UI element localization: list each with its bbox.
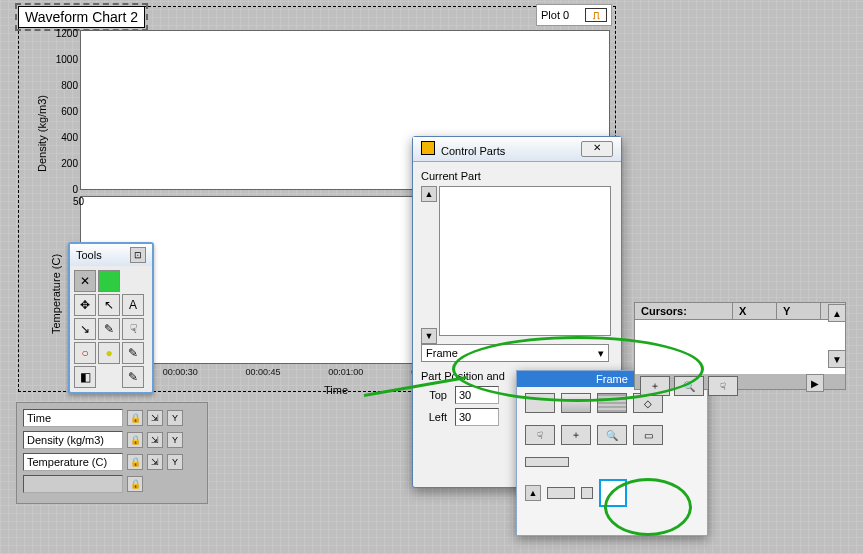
tool-color[interactable]: ◧ — [74, 366, 96, 388]
part-up-button[interactable]: ▲ — [421, 186, 437, 202]
tool-text[interactable]: A — [122, 294, 144, 316]
cursors-col-y: Y — [777, 303, 821, 319]
lock-icon[interactable]: 🔒 — [127, 476, 143, 492]
y-tick: 0 — [52, 184, 78, 195]
left-input[interactable] — [455, 408, 499, 426]
part-down-button[interactable]: ▼ — [421, 328, 437, 344]
y-tick: 200 — [52, 158, 78, 169]
tool-run[interactable] — [98, 270, 120, 292]
left-label: Left — [421, 411, 447, 423]
decor-grooved[interactable] — [597, 393, 627, 413]
top-input[interactable] — [455, 386, 499, 404]
decor-flat[interactable] — [525, 393, 555, 413]
tool-object[interactable]: ✎ — [98, 318, 120, 340]
current-part-label: Current Part — [421, 170, 613, 182]
x-tick: 00:01:00 — [328, 367, 408, 377]
format-icon[interactable]: Y — [167, 432, 183, 448]
decor-small-rect[interactable] — [547, 487, 575, 499]
scale-legend[interactable]: 🔒 ⇲ Y 🔒 ⇲ Y 🔒 ⇲ Y 🔒 — [16, 402, 208, 504]
tool-probe[interactable]: ● — [98, 342, 120, 364]
decor-raised[interactable] — [561, 393, 591, 413]
format-icon[interactable]: Y — [167, 454, 183, 470]
tools-palette[interactable]: Tools ⊡ ✕ ✥ ↖ A ↘ ✎ ☟ ○ ● ✎ ◧ ✎ — [68, 242, 154, 394]
lock-icon[interactable]: 🔒 — [127, 432, 143, 448]
x-tick: 00:00:30 — [163, 367, 243, 377]
part-name-value: Frame — [426, 347, 458, 359]
close-button[interactable]: ✕ — [581, 141, 613, 157]
cursors-col-x: X — [733, 303, 777, 319]
y-tick: 1000 — [52, 54, 78, 65]
tool-scroll[interactable]: ☟ — [122, 318, 144, 340]
format-icon[interactable]: Y — [167, 410, 183, 426]
dropdown-icon[interactable]: ▾ — [598, 347, 604, 360]
tool-autoselect[interactable]: ✕ — [74, 270, 96, 292]
tools-title-label: Tools — [76, 249, 102, 261]
y-tick: 1200 — [52, 28, 78, 39]
scale-row-temperature: 🔒 ⇲ Y — [23, 453, 201, 471]
tools-pin-icon[interactable]: ⊡ — [130, 247, 146, 263]
tool-paint[interactable]: ✎ — [122, 366, 144, 388]
part-preview — [439, 186, 611, 336]
tool-wiring[interactable]: ↘ — [74, 318, 96, 340]
cursors-list[interactable] — [635, 320, 845, 374]
autoscale-once-icon[interactable]: ⇲ — [147, 454, 163, 470]
x-axis-label: Time — [324, 384, 348, 396]
decor-frame-selected[interactable] — [599, 479, 627, 507]
lock-icon[interactable]: 🔒 — [127, 410, 143, 426]
tool-pan-icon[interactable]: ☟ — [525, 425, 555, 445]
cursors-scroll-down[interactable]: ▼ — [828, 350, 846, 368]
plot-legend-label: Plot 0 — [541, 9, 569, 21]
decor-pattern[interactable]: ◇ — [633, 393, 663, 413]
plot-legend[interactable]: Plot 0 ⎍ — [536, 4, 612, 26]
tool-breakpoint[interactable]: ○ — [74, 342, 96, 364]
scale-name-input[interactable] — [23, 409, 123, 427]
cursors-title: Cursors: — [635, 303, 733, 319]
scale-name-input[interactable] — [23, 431, 123, 449]
y-tick: 400 — [52, 132, 78, 143]
graph-palette[interactable]: ＋ 🔍 ☟ — [640, 376, 738, 396]
cursors-right-arrow[interactable]: ▶ — [806, 374, 824, 392]
tool-crosshair-icon[interactable]: ＋ — [561, 425, 591, 445]
scale-name-input-disabled — [23, 475, 123, 493]
y-axis-2-label: Temperature (C) — [50, 254, 62, 334]
graph-zoom-icon[interactable]: 🔍 — [674, 376, 704, 396]
x-tick: 00:00:45 — [246, 367, 326, 377]
decor-tiny-sq[interactable] — [581, 487, 593, 499]
scale-row-time: 🔒 ⇲ Y — [23, 409, 201, 427]
tool-bar-icon[interactable]: ▭ — [633, 425, 663, 445]
lock-icon[interactable]: 🔒 — [127, 454, 143, 470]
tool-color-copy[interactable]: ✎ — [122, 342, 144, 364]
graph-pan-icon[interactable]: ☟ — [708, 376, 738, 396]
part-name-field[interactable]: Frame ▾ — [421, 344, 609, 362]
cursors-scroll-up[interactable]: ▲ — [828, 304, 846, 322]
scale-name-input[interactable] — [23, 453, 123, 471]
autoscale-once-icon[interactable]: ⇲ — [147, 432, 163, 448]
y-axis-1-label: Density (kg/m3) — [36, 95, 48, 172]
y-tick: 800 — [52, 80, 78, 91]
autoscale-once-icon[interactable]: ⇲ — [147, 410, 163, 426]
y-tick: 50 — [58, 196, 84, 207]
tool-zoom-icon[interactable]: 🔍 — [597, 425, 627, 445]
scale-row-density: 🔒 ⇲ Y — [23, 431, 201, 449]
graph-crosshair-icon[interactable]: ＋ — [640, 376, 670, 396]
tool-operate[interactable]: ✥ — [74, 294, 96, 316]
dialog-title-label: Control Parts — [441, 145, 505, 157]
tool-position[interactable]: ↖ — [98, 294, 120, 316]
y-tick: 600 — [52, 106, 78, 117]
top-label: Top — [421, 389, 447, 401]
plot-glyph-icon[interactable]: ⎍ — [585, 8, 607, 22]
scale-row-empty: 🔒 — [23, 475, 201, 493]
spin-up-icon[interactable]: ▲ — [525, 485, 541, 501]
decor-thin[interactable] — [525, 457, 569, 467]
dialog-icon — [421, 141, 435, 155]
chart-title-input[interactable]: Waveform Chart 2 — [18, 6, 145, 28]
